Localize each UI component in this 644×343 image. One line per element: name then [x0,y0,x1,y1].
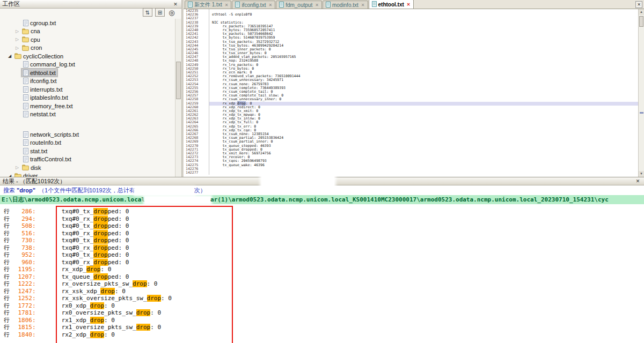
folder-icon [22,36,29,42]
tree-item[interactable]: ▷ ◢ cpu [0,35,175,44]
result-row[interactable]: 行 1195 : rx_xdp_drop: 0 [0,266,644,273]
result-suffix: ped: 0 [108,244,129,251]
line-number-separator: : [32,237,36,244]
document-icon [279,2,284,9]
document-tab[interactable]: modinfo.txt ✕ [323,1,368,9]
scroll-down-icon[interactable]: ▼ [639,171,644,177]
result-row[interactable]: 行 508 : txq#0_tx_dropped: 0 [0,222,644,230]
tree-scrollbar[interactable] [175,19,181,177]
tree-item[interactable]: ▷ ◢ ethtool.txt [0,69,175,77]
editor-line[interactable]: 142237 [184,17,638,20]
result-file-path[interactable]: E:\日志\armod0523.odata.ncmp.unicom.locala… [0,195,644,204]
tree-item[interactable]: ▷ ◢ iptablesInfo.txt [0,94,175,102]
tree-item[interactable]: ▷ ◢ cron [0,44,175,53]
document-tab[interactable]: fdm_output ✕ [276,1,322,9]
tree-item[interactable]: ▷ ◢ trafficControl.txt [0,155,175,164]
tree-item[interactable]: ▷ ◢ cgroup.txt [0,19,175,27]
close-icon[interactable]: ✕ [635,1,642,8]
result-text: txq#0_rx_dropped: 0 [36,259,129,266]
document-tab[interactable]: 新文件 1.txt ✕ [185,1,231,9]
expand-arrow-icon[interactable]: ▷ ◢ [14,165,20,170]
tree-item[interactable]: ▷ ◢ [0,118,175,130]
editor-line-text: rx_xdp_tx_cqe: 0 [209,129,638,132]
close-icon[interactable]: ✕ [225,3,229,8]
result-row[interactable]: 行 1781 : rx0_oversize_pkts_sw_drop: 0 [0,309,644,317]
close-icon[interactable]: ✕ [268,3,272,8]
tree-item[interactable]: ▷ ◢ memory_free.txt [0,102,175,110]
scroll-up-icon[interactable]: ▲ [639,9,644,15]
folder-icon [22,45,29,51]
result-row[interactable]: 行 1222 : rx_oversize_pkts_sw_drop: 0 [0,280,644,288]
file-icon [23,139,28,146]
tree-item[interactable]: ▷ ◢ netstat.txt [0,110,175,119]
editor-line[interactable]: 142277 [184,171,638,175]
result-prefix: tx_queue_ [62,273,94,280]
close-icon[interactable]: ✕ [315,3,319,8]
result-row[interactable]: 行 730 : txq#0_tx_dropped: 0 [0,237,644,244]
tree-item[interactable]: ▷ ◢ command_log.txt [0,61,175,69]
document-tab[interactable]: ethtool.txt ✕ [369,0,414,9]
tree-item-content: cgroup.txt [21,19,57,27]
editor-line[interactable]: 142236 ethtool -S enp1s0f0 [184,13,638,17]
tree-item-label: iptablesInfo.txt [30,94,68,101]
expand-arrow-icon[interactable]: ▷ ◢ [14,29,20,34]
result-row[interactable]: 行 294 : txq#0_rx_dropped: 0 [0,215,644,223]
line-number-separator: : [32,317,36,324]
result-text: rx2_xdp_drop: 0 [36,331,115,338]
file-icon [23,20,28,26]
editor-line-text: tx_queue_dropped: 0 [209,148,638,152]
editor-line[interactable]: 142276 [184,167,638,171]
sync-icon[interactable]: ⇅ [143,8,152,17]
tree-item[interactable]: ▷ ◢ interrupts.txt [0,85,175,94]
tree-item-label: cron [31,44,42,51]
result-row[interactable]: 行 1815 : rx1_oversize_pkts_sw_drop: 0 [0,324,644,331]
line-number-separator: : [32,244,36,251]
tree-item[interactable]: ▷ ◢ ifconfig.txt [0,77,175,86]
tree-scrollbar-thumb[interactable] [176,62,181,99]
tree-item[interactable]: ▷ ◢ disk [0,163,175,172]
close-icon[interactable]: ✕ [634,178,641,184]
editor-scrollbar[interactable]: ▲ ▼ [638,9,644,177]
close-icon[interactable]: ✕ [361,3,365,8]
result-line-number: 1781 [9,309,32,316]
tree-item[interactable]: ▷ ◢ cna [0,27,175,36]
result-line-number: 508 [9,222,32,229]
line-number-separator: : [32,230,36,237]
close-icon[interactable]: ✕ [172,1,179,8]
line-number-separator: : [32,288,36,295]
result-row[interactable]: 行 1806 : rx1_xdp_drop: 0 [0,317,644,324]
close-icon[interactable]: ✕ [407,2,411,7]
summary-text-3: 次） [194,187,206,193]
result-row[interactable]: 行 516 : txq#0_rx_dropped: 0 [0,230,644,237]
tree-item-content: ifconfig.txt [21,77,58,85]
result-row[interactable]: 行 1252 : rx_xsk_oversize_pkts_sw_drop: 0 [0,295,644,302]
tree-item[interactable]: ▷ ◢ network_scripts.txt [0,130,175,139]
expand-arrow-icon[interactable]: ▷ ◢ [14,46,20,50]
result-row[interactable]: 行 960 : txq#0_rx_dropped: 0 [0,259,644,266]
tree-item[interactable]: ▷ ◢ stat.txt [0,147,175,155]
result-row[interactable]: 行 1207 : tx_queue_dropped: 0 [0,273,644,281]
match-highlight: drop [93,222,108,229]
editor-scrollbar-thumb[interactable] [639,16,643,27]
locate-file-icon[interactable]: ◎ [167,8,176,17]
result-line-number: 1207 [9,273,32,280]
collapse-all-icon[interactable]: ⊞ [155,8,165,17]
tree-item[interactable]: ▷ ◢ routeInfo.txt [0,139,175,147]
result-row[interactable]: 行 1840 : rx2_xdp_drop: 0 [0,331,644,339]
editor-line[interactable]: 142272 tx_xmit_more: 569724756 [184,152,638,155]
result-row[interactable]: 行 1772 : rx0_xdp_drop: 0 [0,302,644,310]
document-tab[interactable]: ifconfig.txt ✕ [232,1,275,9]
expand-arrow-icon[interactable]: ▷ ◢ [6,54,13,58]
tree-item[interactable]: ▷ ◢ driver [0,172,175,177]
result-row[interactable]: 行 286 : txq#0_tx_dropped: 0 [0,208,644,215]
editor-line-text: rx_lro_packets: 0 [209,63,638,67]
expand-arrow-icon[interactable]: ▷ ◢ [14,37,20,42]
result-row[interactable]: 行 952 : txq#0_tx_dropped: 0 [0,251,644,259]
result-row[interactable]: 行 738 : txq#0_rx_dropped: 0 [0,244,644,252]
editor-line-text: rx_xdp_tx_inlnw: 0 [209,117,638,121]
line-number-separator: : [32,280,36,287]
result-row[interactable]: 行 1247 : rx_xsk_xdp_drop: 0 [0,288,644,295]
editor-line[interactable]: 142275 tx_queue_wake: 46396 [184,163,638,167]
text-editor[interactable]: 142235 142236 ethtool -S enp1s0f0 142237… [184,9,638,177]
tree-item[interactable]: ▷ ◢ cyclicCollection [0,52,175,61]
